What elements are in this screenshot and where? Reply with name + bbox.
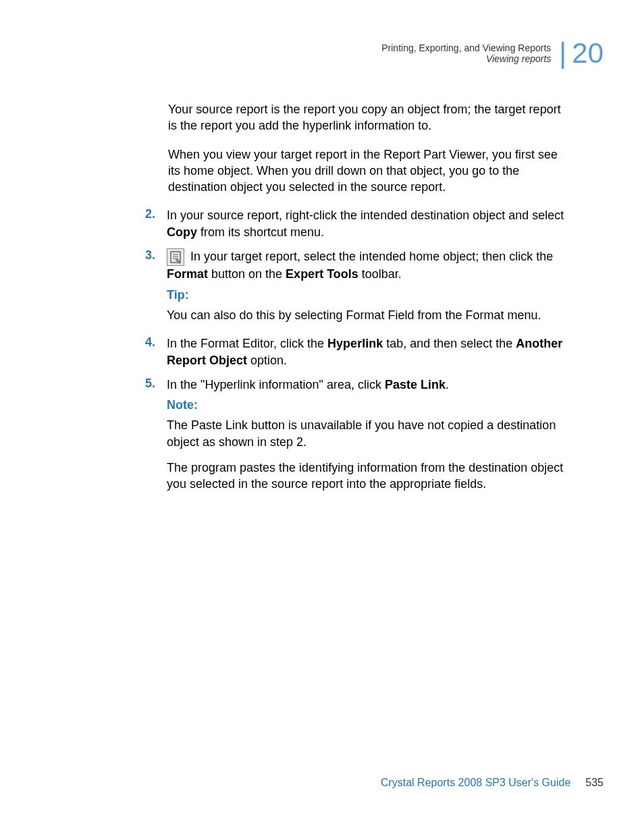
header-chapter-title: Printing, Exporting, and Viewing Reports [381, 43, 551, 53]
format-icon [167, 248, 184, 266]
step-3-bold-expert-tools: Expert Tools [286, 267, 358, 281]
step-5-text-2: . [446, 378, 449, 391]
step-3-text-1: In your target report, select the intend… [187, 250, 553, 263]
step-4: 4. In the Format Editor, click the Hyper… [145, 335, 572, 372]
step-2-bold-copy: Copy [167, 225, 197, 239]
step-2-content: In your source report, right-click the i… [167, 207, 572, 244]
intro-paragraph-2: When you view your target report in the … [168, 146, 572, 196]
step-3-bold-format: Format [167, 267, 208, 281]
note-label: Note: [167, 397, 572, 413]
header-text-block: Printing, Exporting, and Viewing Reports… [381, 43, 551, 64]
step-number-2: 2. [145, 207, 157, 244]
step-number-5: 5. [145, 377, 157, 497]
step-3-text-3: toolbar. [358, 267, 402, 281]
step-2-text-1: In your source report, right-click the i… [167, 209, 564, 222]
page-footer: Crystal Reports 2008 SP3 User's Guide 53… [381, 777, 603, 789]
note-text: The Paste Link button is unavailable if … [167, 417, 572, 450]
step-2-text-2: from its shortcut menu. [197, 225, 324, 239]
intro-paragraph-1: Your source report is the report you cop… [168, 101, 572, 134]
step-4-text-1: In the Format Editor, click the [167, 337, 327, 350]
chapter-number: 20 [572, 39, 603, 67]
step-4-content: In the Format Editor, click the Hyperlin… [167, 335, 572, 372]
header-divider: | [559, 39, 566, 67]
step-number-4: 4. [145, 335, 157, 372]
step-5-bold-paste-link: Paste Link [385, 378, 446, 391]
footer-guide-title: Crystal Reports 2008 SP3 User's Guide [381, 777, 570, 789]
step-4-text-3: option. [247, 354, 287, 367]
footer-page-number: 535 [585, 777, 603, 789]
page-content: Your source report is the report you cop… [79, 101, 572, 501]
step-3-text-2: button on the [208, 267, 286, 281]
step-5: 5. In the "Hyperlink information" area, … [145, 377, 572, 497]
step-5-final-para: The program pastes the identifying infor… [167, 460, 572, 493]
tip-label: Tip: [167, 287, 572, 303]
step-3-content: In your target report, select the intend… [167, 248, 572, 327]
step-2: 2. In your source report, right-click th… [145, 207, 572, 244]
step-4-bold-hyperlink: Hyperlink [327, 337, 383, 350]
tip-text: You can also do this by selecting Format… [167, 307, 572, 323]
page-header: Printing, Exporting, and Viewing Reports… [381, 39, 603, 67]
step-number-3: 3. [145, 248, 157, 327]
step-3: 3. In your target report, select the int… [145, 248, 572, 327]
step-5-text-1: In the "Hyperlink information" area, cli… [167, 378, 385, 391]
header-section-subtitle: Viewing reports [381, 53, 551, 64]
step-4-text-2: tab, and then select the [383, 337, 516, 350]
step-5-content: In the "Hyperlink information" area, cli… [167, 377, 572, 497]
